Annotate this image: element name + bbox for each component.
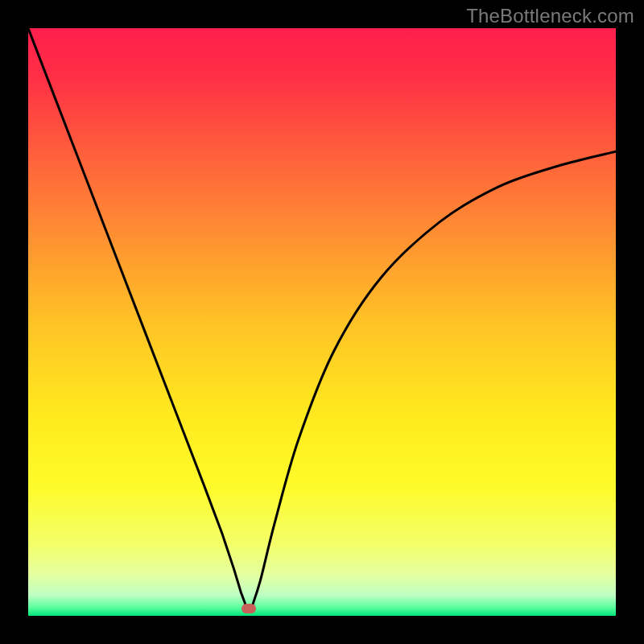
- plot-area: [28, 28, 616, 616]
- chart-frame: TheBottleneck.com: [0, 0, 644, 644]
- bottleneck-curve: [28, 28, 616, 616]
- watermark-text: TheBottleneck.com: [466, 5, 634, 27]
- optimal-point-marker: [242, 604, 256, 613]
